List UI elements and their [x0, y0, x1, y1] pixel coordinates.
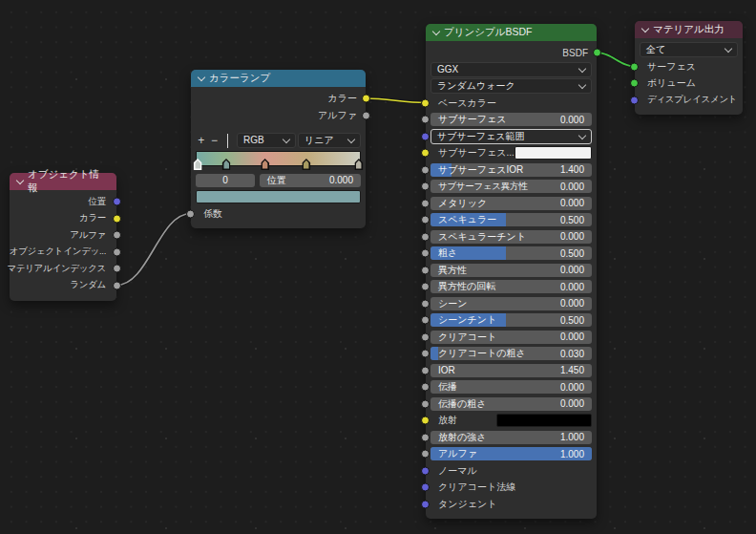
subsurface-anisotropy-slider[interactable]: サブサーフェス異方性 0.000 [430, 180, 592, 193]
node-header-principled[interactable]: プリンシプルBSDF [426, 24, 597, 41]
socket-clearcoat-normal-input[interactable] [421, 483, 430, 492]
node-header-material-output[interactable]: マテリアル出力 [635, 21, 743, 38]
socket-subsurface-anisotropy-input[interactable] [421, 182, 430, 191]
node-editor-canvas[interactable]: オブジェクト情報 位置 カラー アルファ オブジェクトインデッ... マテリアル… [0, 0, 756, 534]
socket-ior-input[interactable] [421, 366, 430, 374]
socket-anisotropic-rotation-input[interactable] [421, 283, 430, 291]
stop-position-field[interactable]: 位置 0.000 [260, 174, 361, 187]
param-row-anisotropic-rotation: 異方性の回転 0.000 [430, 280, 592, 293]
socket-sheen-input[interactable] [421, 299, 430, 308]
collapse-chevron-icon[interactable] [16, 176, 24, 183]
stop-color-swatch[interactable] [196, 190, 361, 203]
clearcoat-roughness-slider[interactable]: クリアコートの粗さ 0.030 [430, 347, 592, 360]
sheen-slider[interactable]: シーン 0.000 [430, 297, 592, 310]
param-label: 伝播の粗さ [438, 397, 560, 411]
socket-transmission-roughness-input[interactable] [421, 399, 430, 408]
socket-color-output[interactable] [362, 95, 370, 103]
roughness-slider[interactable]: 粗さ 0.500 [430, 246, 592, 260]
socket-subsurface-input[interactable] [421, 116, 430, 124]
subsurface-method-row: ランダムウォーク [430, 79, 592, 93]
transmission-roughness-slider[interactable]: 伝播の粗さ 0.000 [430, 397, 592, 411]
chevron-down-icon [283, 135, 290, 142]
socket-sheen-tint-input[interactable] [421, 316, 430, 325]
input-row-clearcoat-normal: クリアコート法線 [430, 481, 592, 494]
param-row-transmission: 伝播 0.000 [430, 380, 592, 394]
socket-object-index-output[interactable] [113, 247, 121, 256]
socket-random-output[interactable] [113, 281, 121, 289]
subsurface-method-dropdown[interactable]: ランダムウォーク [430, 78, 592, 94]
socket-displacement-input[interactable] [630, 96, 639, 104]
clearcoat-slider[interactable]: クリアコート 0.000 [430, 331, 592, 344]
node-material-output[interactable]: マテリアル出力 全て サーフェス ボリューム ディスプレイスメント [635, 21, 743, 115]
node-principled-bsdf[interactable]: プリンシプルBSDF BSDF GGX ランダムウォーク [426, 24, 597, 519]
socket-alpha-input[interactable] [421, 450, 430, 459]
socket-factor-input[interactable] [186, 209, 195, 218]
node-header-object-info[interactable]: オブジェクト情報 [10, 173, 116, 190]
socket-metallic-input[interactable] [421, 199, 430, 207]
specular-slider[interactable]: スペキュラー 0.500 [430, 213, 592, 226]
node-title: オブジェクト情報 [28, 168, 109, 195]
target-row: 全て [640, 43, 738, 56]
collapse-chevron-icon[interactable] [432, 27, 440, 34]
emission-strength-slider[interactable]: 放射の強さ 1.000 [430, 431, 592, 444]
sheen-tint-slider[interactable]: シーンチント 0.500 [430, 313, 592, 327]
output-target-dropdown[interactable]: 全て [640, 42, 738, 57]
socket-specular-tint-input[interactable] [421, 232, 430, 241]
socket-bsdf-output[interactable] [593, 49, 601, 57]
socket-base-color-input[interactable] [421, 98, 430, 107]
param-value: 0.000 [560, 282, 584, 292]
socket-alpha-output[interactable] [113, 231, 121, 240]
emission-color-swatch[interactable] [496, 414, 592, 427]
socket-material-index-output[interactable] [113, 265, 121, 273]
distribution-dropdown[interactable]: GGX [430, 62, 592, 77]
socket-tangent-input[interactable] [421, 500, 430, 508]
subsurface-slider[interactable]: サブサーフェス 0.000 [430, 113, 592, 126]
ior-slider[interactable]: IOR 1.450 [430, 364, 592, 377]
subsurface-radius-dropdown[interactable]: サブサーフェス範囲 [430, 129, 592, 144]
interpolation-dropdown[interactable]: リニア [298, 133, 361, 148]
input-row-tangent: タンジェント [430, 498, 592, 511]
node-object-info[interactable]: オブジェクト情報 位置 カラー アルファ オブジェクトインデッ... マテリアル… [10, 173, 116, 301]
socket-alpha-output[interactable] [362, 111, 370, 119]
socket-normal-input[interactable] [421, 466, 430, 475]
node-header-color-ramp[interactable]: カラーランプ [191, 70, 366, 87]
anisotropic-slider[interactable]: 異方性 0.000 [430, 264, 592, 277]
socket-color-output[interactable] [113, 214, 121, 223]
collapse-chevron-icon[interactable] [641, 24, 649, 32]
node-color-ramp[interactable]: カラーランプ カラー アルファ + − RGB [191, 70, 366, 228]
color-mode-dropdown[interactable]: RGB [237, 133, 296, 148]
gradient-bar[interactable] [196, 151, 361, 166]
stop-color [195, 160, 200, 169]
socket-emission-input[interactable] [421, 417, 430, 425]
param-row-ior: IOR 1.450 [430, 364, 592, 377]
socket-subsurface-color-input[interactable] [421, 149, 430, 158]
color-ramp-gradient[interactable] [196, 151, 361, 170]
collapse-chevron-icon[interactable] [198, 73, 205, 80]
add-stop-button[interactable]: + [196, 134, 207, 147]
param-value: 0.000 [560, 265, 584, 275]
socket-subsurface-ior-input[interactable] [421, 165, 430, 174]
param-value: 0.000 [560, 382, 584, 393]
subsurface-color-swatch[interactable] [514, 146, 592, 160]
socket-volume-input[interactable] [630, 79, 639, 88]
metallic-slider[interactable]: メタリック 0.000 [430, 197, 592, 210]
remove-stop-button[interactable]: − [209, 134, 220, 147]
alpha-slider[interactable]: アルファ 1.000 [430, 447, 592, 460]
socket-surface-input[interactable] [630, 62, 639, 71]
specular-tint-slider[interactable]: スペキュラーチント 0.000 [430, 230, 592, 244]
socket-position-output[interactable] [113, 198, 121, 206]
socket-subsurface-radius-input[interactable] [421, 132, 430, 140]
socket-anisotropic-input[interactable] [421, 266, 430, 274]
anisotropic-rotation-slider[interactable]: 異方性の回転 0.000 [430, 280, 592, 293]
socket-clearcoat-roughness-input[interactable] [421, 350, 430, 358]
subsurface-ior-slider[interactable]: サブサーフェスIOR 1.400 [430, 163, 592, 177]
transmission-slider[interactable]: 伝播 0.000 [430, 380, 592, 394]
stop-index-field[interactable]: 0 [196, 174, 255, 187]
socket-transmission-input[interactable] [421, 383, 430, 392]
socket-emission-strength-input[interactable] [421, 433, 430, 441]
param-label: アルファ [438, 447, 560, 460]
socket-specular-input[interactable] [421, 216, 430, 224]
ramp-options-dropdown[interactable] [221, 134, 233, 147]
socket-roughness-input[interactable] [421, 249, 430, 258]
socket-clearcoat-input[interactable] [421, 332, 430, 341]
